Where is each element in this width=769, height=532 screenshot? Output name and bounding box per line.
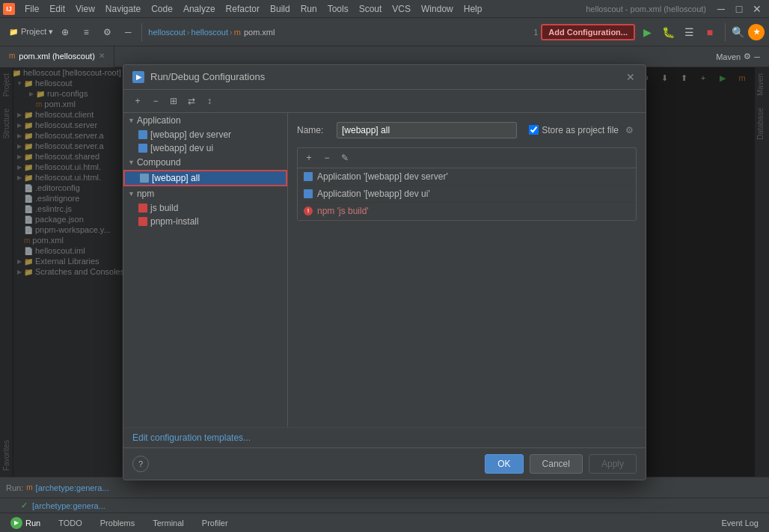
settings-btn[interactable]: ⚙ (98, 23, 116, 41)
menu-scout[interactable]: Scout (354, 2, 387, 16)
editor-tab[interactable]: m pom.xml (helloscout) ✕ (0, 46, 114, 67)
application-section-label: Application (137, 115, 181, 126)
modal-toolbar: + − ⊞ ⇄ ↕ (123, 90, 646, 113)
project-icon: 📁 (9, 28, 18, 36)
problems-bottom-tab[interactable]: Problems (94, 517, 141, 529)
config-list-remove-btn[interactable]: − (319, 150, 335, 166)
menu-edit[interactable]: Edit (44, 2, 70, 16)
add-configuration-button[interactable]: Add Configuration... (541, 24, 635, 40)
config-entry-dev-ui[interactable]: Application '[webapp] dev ui' (298, 186, 636, 203)
config-list-add-btn[interactable]: + (301, 150, 317, 166)
terminal-bottom-tab[interactable]: Terminal (147, 517, 190, 529)
modal-title-icon: ▶ (132, 71, 144, 83)
config-entry-dev-server[interactable]: Application '[webapp] dev server' (298, 168, 636, 186)
sync-btn[interactable]: ⊕ (56, 23, 74, 41)
modal-footer: ? OK Cancel Apply (123, 447, 646, 480)
restore-btn[interactable]: □ (730, 0, 748, 18)
profiler-bottom-tab[interactable]: Profiler (196, 517, 234, 529)
profile-btn[interactable]: ★ (748, 24, 765, 40)
menu-run[interactable]: Run (295, 2, 322, 16)
config-webapp-dev-server[interactable]: [webapp] dev server (123, 128, 287, 141)
run-item: [archetype:genera... (36, 483, 109, 492)
modal-title-bar: ▶ Run/Debug Configurations ✕ (123, 65, 646, 90)
apply-button[interactable]: Apply (589, 454, 637, 474)
copy-config-btn[interactable]: ⊞ (165, 93, 182, 109)
coverage-btn[interactable]: ☰ (680, 23, 698, 41)
ok-button[interactable]: OK (485, 454, 523, 474)
search-btn[interactable]: 🔍 (729, 23, 747, 41)
application-section[interactable]: ▼ Application (123, 113, 287, 128)
name-input-field[interactable] (337, 122, 517, 138)
sort-btn[interactable]: ↕ (201, 93, 218, 109)
config-pnpm-install[interactable]: pnpm-install (123, 215, 287, 228)
tab-close-icon[interactable]: ✕ (99, 52, 105, 60)
main-area: ▼ 📁 helloscout [helloscout-root] C:\ ▼ 📁… (0, 67, 769, 477)
menu-build[interactable]: Build (265, 2, 295, 16)
debug-btn[interactable]: 🐛 (659, 23, 677, 41)
help-button[interactable]: ? (132, 456, 149, 472)
config-list-edit-btn[interactable]: ✎ (337, 150, 353, 166)
terminal-tab-label: Terminal (153, 519, 184, 528)
config-webapp-dev-server-label: [webapp] dev server (150, 129, 231, 140)
store-gear-icon[interactable]: ⚙ (622, 123, 637, 138)
event-log-tab[interactable]: Event Log (715, 517, 765, 529)
minimize-btn[interactable]: ─ (712, 0, 730, 18)
name-field-label: Name: (297, 125, 331, 135)
bottom-tab-bar: ▶ Run TODO Problems Terminal Profiler Ev… (0, 513, 769, 532)
store-checkbox[interactable] (529, 125, 539, 135)
config-entry-js-build-label: npm 'js build' (317, 206, 369, 216)
cancel-button[interactable]: Cancel (530, 454, 583, 474)
stop-btn[interactable]: ■ (701, 23, 719, 41)
run-success-icon: ✓ (21, 501, 28, 510)
breadcrumb-helloscout1[interactable]: helloscout (148, 28, 186, 37)
compound-section[interactable]: ▼ Compound (123, 155, 287, 170)
todo-tab-label: TODO (58, 519, 82, 528)
add-config-btn[interactable]: + (129, 93, 146, 109)
menu-analyze[interactable]: Analyze (178, 2, 221, 16)
config-webapp-all-label: [webapp] all (152, 173, 200, 183)
npm-section[interactable]: ▼ npm (123, 186, 287, 201)
menu-code[interactable]: Code (146, 2, 178, 16)
close-panel-btn[interactable]: ─ (119, 23, 137, 41)
config-webapp-all[interactable]: [webapp] all (123, 170, 287, 186)
name-row: Name: Store as project file ⚙ (297, 122, 637, 138)
profiler-tab-label: Profiler (202, 519, 228, 528)
config-js-build-label: js build (150, 203, 178, 213)
todo-bottom-tab[interactable]: TODO (52, 517, 88, 529)
run-tab-label: Run (25, 519, 40, 528)
modal-close-button[interactable]: ✕ (625, 71, 637, 83)
run-bottom-tab[interactable]: ▶ Run (4, 516, 46, 531)
close-btn[interactable]: ✕ (748, 0, 766, 18)
run-debug-config-modal: ▶ Run/Debug Configurations ✕ + − ⊞ ⇄ ↕ ▼ (123, 64, 646, 480)
run-item2: [archetype:genera... (32, 501, 105, 510)
maven-close-icon[interactable]: ─ (754, 52, 760, 61)
config-entry-js-build[interactable]: ! npm 'js build' (298, 203, 636, 220)
menu-bar: IJ File Edit View Navigate Code Analyze … (0, 0, 769, 18)
collapse-btn[interactable]: ≡ (77, 23, 95, 41)
compound-section-label: Compound (137, 157, 181, 168)
config-js-build[interactable]: js build (123, 201, 287, 215)
maven-settings-icon[interactable]: ⚙ (744, 52, 751, 61)
project-label[interactable]: Project ▾ (21, 27, 53, 37)
breadcrumb-helloscout2[interactable]: helloscout (192, 28, 229, 37)
toolbar: 📁 Project ▾ ⊕ ≡ ⚙ ─ helloscout › hellosc… (0, 18, 769, 46)
app-logo: IJ (3, 3, 15, 15)
config-webapp-dev-ui[interactable]: [webapp] dev ui (123, 141, 287, 155)
menu-file[interactable]: File (19, 2, 44, 16)
edit-config-templates-link[interactable]: Edit configuration templates... (132, 432, 251, 443)
menu-vcs[interactable]: VCS (387, 2, 416, 16)
config-webapp-dev-ui-label: [webapp] dev ui (150, 143, 213, 153)
config-detail-panel: Name: Store as project file ⚙ + (288, 113, 646, 427)
menu-view[interactable]: View (70, 2, 100, 16)
move-up-btn[interactable]: ⇄ (183, 93, 200, 109)
menu-help[interactable]: Help (459, 2, 488, 16)
menu-refactor[interactable]: Refactor (221, 2, 265, 16)
remove-config-btn[interactable]: − (147, 93, 164, 109)
run-btn[interactable]: ▶ (638, 23, 656, 41)
line-indicator: 1 (533, 28, 538, 37)
menu-tools[interactable]: Tools (322, 2, 354, 16)
menu-window[interactable]: Window (416, 2, 459, 16)
maven-panel-tab[interactable]: Maven ⚙ ─ (707, 52, 769, 61)
menu-navigate[interactable]: Navigate (100, 2, 146, 16)
breadcrumb-pom[interactable]: pom.xml (244, 28, 275, 37)
